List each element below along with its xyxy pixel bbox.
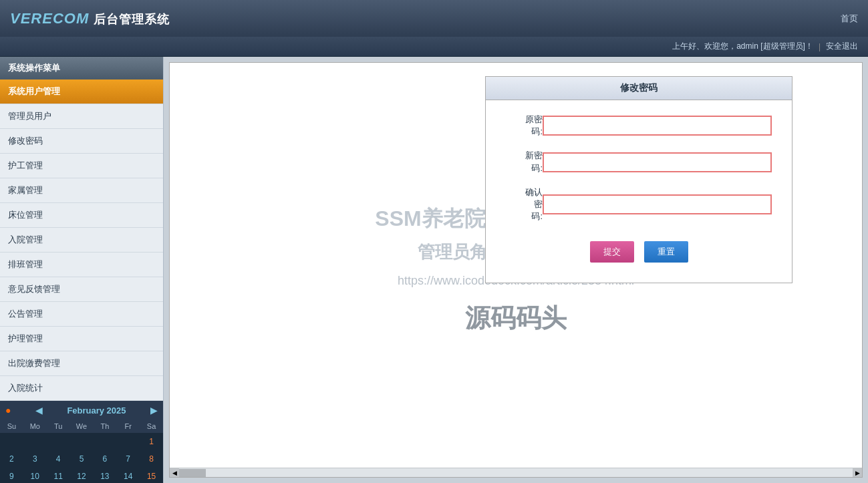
header-nav: 首页 xyxy=(841,13,858,25)
logout-link[interactable]: 安全退出 xyxy=(826,41,858,52)
sidebar-item-discharge[interactable]: 出院缴费管理 xyxy=(0,351,163,376)
sidebar-item-change-password[interactable]: 修改密码 xyxy=(0,129,163,154)
calendar-day-12[interactable]: 12 xyxy=(70,468,94,483)
confirm-password-label: 确认密码: xyxy=(506,186,543,223)
calendar-day-2[interactable]: 2 xyxy=(0,450,23,468)
change-password-form: 修改密码 原密码: 新密码: 确认密码: 提交 xyxy=(485,76,792,283)
submit-button[interactable]: 提交 xyxy=(590,241,634,263)
content-inner: SSM养老院在线智能管理系统 管理员角色-修改密码功能 https://www.… xyxy=(169,62,863,478)
form-body: 原密码: 新密码: 确认密码: 提交 重置 xyxy=(486,100,792,283)
calendar-day-15[interactable]: 15 xyxy=(140,468,163,483)
sidebar-item-system-users[interactable]: 系统用户管理 xyxy=(0,79,163,104)
weekday-su: Su xyxy=(0,420,23,433)
calendar-day-8[interactable]: 8 xyxy=(140,450,163,468)
watermark-source: 源码码头 xyxy=(375,301,656,335)
calendar-icon: ● xyxy=(5,405,11,416)
calendar-day-6[interactable]: 6 xyxy=(93,450,116,468)
calendar-day-empty-4 xyxy=(93,433,116,450)
calendar-month-title: February 2025 xyxy=(67,406,126,416)
calendar: ● ◀ February 2025 ▶ Su Mo Tu We Th Fr Sa… xyxy=(0,401,163,483)
new-password-input[interactable] xyxy=(543,152,772,172)
calendar-day-empty-0 xyxy=(0,433,23,450)
sidebar-item-bed[interactable]: 床位管理 xyxy=(0,203,163,228)
sidebar-item-care[interactable]: 护理管理 xyxy=(0,327,163,351)
scroll-thumb[interactable] xyxy=(179,469,206,477)
horizontal-scrollbar[interactable]: ◀ ▶ xyxy=(170,468,862,477)
home-link[interactable]: 首页 xyxy=(841,13,858,25)
scroll-left-arrow[interactable]: ◀ xyxy=(170,468,179,478)
calendar-day-5[interactable]: 5 xyxy=(70,450,94,468)
sidebar-item-schedule[interactable]: 排班管理 xyxy=(0,253,163,277)
main-layout: 系统操作菜单 系统用户管理 管理员用户 修改密码 护工管理 家属管理 床位管理 … xyxy=(0,57,868,483)
weekday-sa: Sa xyxy=(140,420,163,433)
calendar-day-empty-3 xyxy=(70,433,94,450)
sidebar-item-notice[interactable]: 公告管理 xyxy=(0,302,163,327)
calendar-day-10[interactable]: 10 xyxy=(23,468,47,483)
calendar-day-1[interactable]: 1 xyxy=(140,433,163,450)
sidebar-title: 系统操作菜单 xyxy=(0,57,163,79)
calendar-day-empty-5 xyxy=(116,433,140,450)
new-password-label: 新密码: xyxy=(506,150,543,174)
calendar-day-13[interactable]: 13 xyxy=(93,468,116,483)
weekday-we: We xyxy=(70,420,94,433)
calendar-day-3[interactable]: 3 xyxy=(23,450,47,468)
confirm-password-input[interactable] xyxy=(543,194,772,214)
sidebar-item-admin-users[interactable]: 管理员用户 xyxy=(0,104,163,129)
calendar-prev-btn[interactable]: ◀ xyxy=(35,405,43,416)
sidebar: 系统操作菜单 系统用户管理 管理员用户 修改密码 护工管理 家属管理 床位管理 … xyxy=(0,57,164,483)
calendar-next-btn[interactable]: ▶ xyxy=(150,405,158,416)
calendar-weekdays: Su Mo Tu We Th Fr Sa xyxy=(0,420,163,433)
calendar-header: ● ◀ February 2025 ▶ xyxy=(0,401,163,420)
logo: VERECOM 后台管理系统 xyxy=(10,10,170,27)
new-password-row: 新密码: xyxy=(506,150,772,174)
logo-sys: 后台管理系统 xyxy=(94,13,170,26)
old-password-input[interactable] xyxy=(543,116,772,136)
content-area: SSM养老院在线智能管理系统 管理员角色-修改密码功能 https://www.… xyxy=(164,57,868,483)
weekday-th: Th xyxy=(93,420,116,433)
weekday-fr: Fr xyxy=(116,420,140,433)
calendar-day-14[interactable]: 14 xyxy=(116,468,140,483)
header: VERECOM 后台管理系统 首页 xyxy=(0,0,868,37)
calendar-day-empty-1 xyxy=(23,433,47,450)
calendar-day-4[interactable]: 4 xyxy=(47,450,70,468)
calendar-day-empty-2 xyxy=(47,433,70,450)
logo-verecom: VERECOM xyxy=(10,10,89,27)
calendar-day-9[interactable]: 9 xyxy=(0,468,23,483)
scroll-right-arrow[interactable]: ▶ xyxy=(853,468,862,478)
sidebar-item-feedback[interactable]: 意见反馈管理 xyxy=(0,277,163,302)
greeting-text: 上午好、欢迎您，admin [超级管理员]！ xyxy=(672,41,813,52)
scroll-track[interactable] xyxy=(179,468,853,477)
sidebar-item-nurse[interactable]: 护工管理 xyxy=(0,154,163,178)
form-title: 修改密码 xyxy=(486,77,792,100)
reset-button[interactable]: 重置 xyxy=(644,241,688,263)
form-buttons: 提交 重置 xyxy=(506,234,772,269)
calendar-day-11[interactable]: 11 xyxy=(47,468,70,483)
confirm-password-row: 确认密码: xyxy=(506,186,772,223)
weekday-tu: Tu xyxy=(47,420,70,433)
calendar-days: 12345678910111213141516171819202122 xyxy=(0,433,163,483)
sidebar-item-stats[interactable]: 入院统计 xyxy=(0,376,163,401)
separator: | xyxy=(819,42,821,51)
sidebar-item-family[interactable]: 家属管理 xyxy=(0,178,163,203)
calendar-day-7[interactable]: 7 xyxy=(116,450,140,468)
subheader: 上午好、欢迎您，admin [超级管理员]！ | 安全退出 xyxy=(0,37,868,57)
old-password-label: 原密码: xyxy=(506,114,543,138)
old-password-row: 原密码: xyxy=(506,114,772,138)
weekday-mo: Mo xyxy=(23,420,47,433)
sidebar-item-admission[interactable]: 入院管理 xyxy=(0,228,163,253)
